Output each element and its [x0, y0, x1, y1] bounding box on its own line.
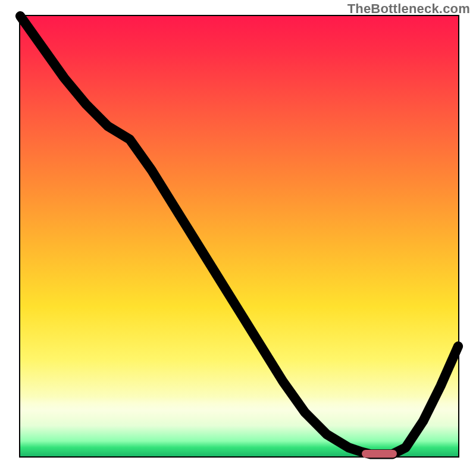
chart-overlay — [20, 16, 458, 456]
min-marker — [362, 450, 397, 458]
chart-container: TheBottleneck.com — [0, 0, 476, 476]
bottleneck-curve — [20, 16, 458, 454]
plot-area — [20, 16, 458, 456]
watermark-text: TheBottleneck.com — [347, 1, 470, 17]
